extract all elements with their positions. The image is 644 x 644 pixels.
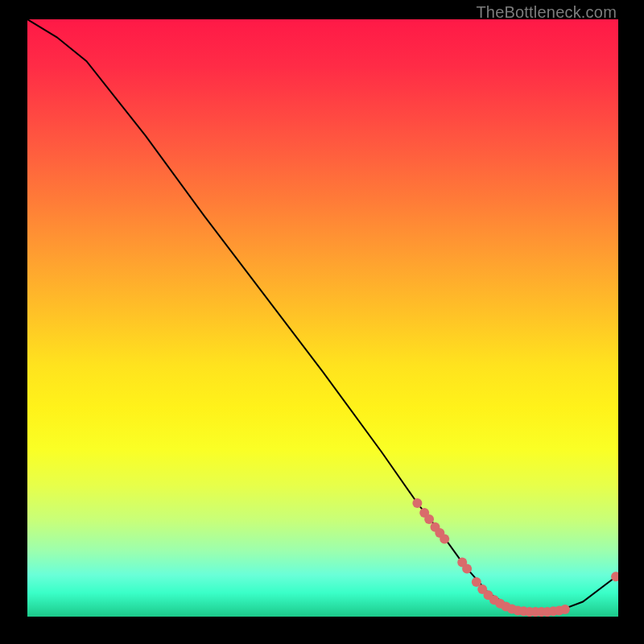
data-point: [412, 498, 422, 508]
chart-svg: [27, 19, 618, 617]
data-point: [440, 535, 449, 544]
data-point: [462, 564, 472, 574]
data-point: [560, 605, 570, 614]
watermark-text: TheBottleneck.com: [476, 3, 617, 22]
series-curve: [27, 19, 618, 612]
data-point: [424, 514, 434, 524]
chart-stage: TheBottleneck.com: [0, 0, 644, 644]
plot-area: [27, 19, 618, 617]
